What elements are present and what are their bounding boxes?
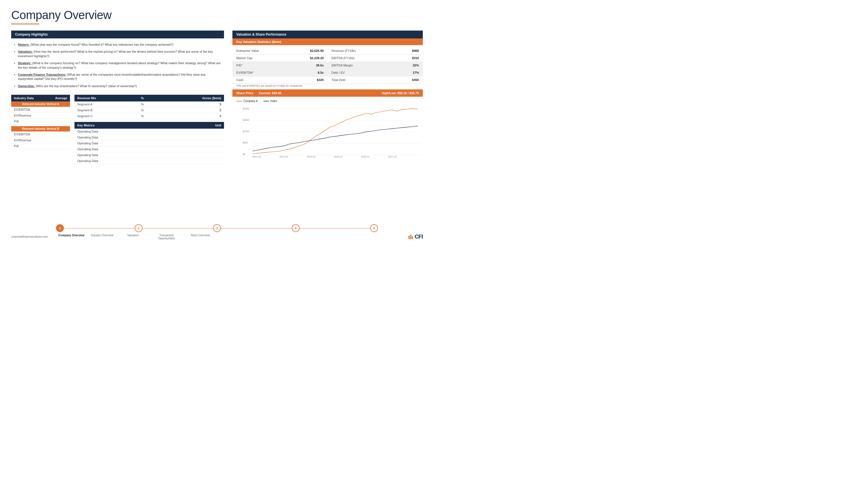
table-row: Operating Data bbox=[74, 128, 224, 135]
svg-text:2016-10: 2016-10 bbox=[361, 155, 370, 158]
highlight-text-ownership: (Who are the top shareholders? What % ow… bbox=[36, 84, 137, 88]
main-content: Company Highlights History: (What year w… bbox=[11, 31, 423, 164]
svg-text:$2000: $2000 bbox=[243, 108, 249, 110]
nav-step-1[interactable]: 1 bbox=[56, 224, 64, 232]
val-footnote: *P/E and EV/EBITDA are based on FY18(e) … bbox=[232, 84, 423, 89]
highlight-text-strategy: (What is the company focusing on? What h… bbox=[18, 61, 221, 69]
highlight-label-strategy: Strategy: bbox=[18, 61, 31, 65]
nav-step-3[interactable]: 3 bbox=[213, 224, 221, 232]
industry-data-section: Industry Data Average Relevant Industry … bbox=[11, 95, 70, 164]
seg-b-label: Segment B bbox=[74, 107, 138, 113]
val-enterprise-value: Enterprise Value $2,626.90 bbox=[232, 47, 328, 54]
key-metrics-table: Key Metrics Unit Operating Data Operatin… bbox=[74, 122, 224, 164]
seg-c-gross: $ bbox=[160, 113, 224, 119]
highlight-text-valuation: (How has the stock performed? What is th… bbox=[18, 50, 213, 57]
vertical-b-header: Relevant Industry Vertical B bbox=[11, 126, 70, 132]
legend-label-index: Index bbox=[271, 99, 277, 103]
metric-2-unit bbox=[178, 135, 224, 140]
metric-5: Operating Data bbox=[74, 152, 178, 158]
nav-label-5: Team Overview bbox=[185, 234, 216, 240]
industry-data-header: Industry Data Average bbox=[11, 95, 70, 102]
ind-row-a2: EV/Revenue bbox=[11, 113, 70, 119]
val-debt-ev: Debt / EV 17% bbox=[328, 69, 423, 76]
cfi-bar-3 bbox=[412, 236, 413, 239]
legend-line-navy bbox=[264, 101, 269, 102]
nav-label-4: TransactionOpportunities bbox=[148, 234, 185, 240]
cfi-bar-1 bbox=[408, 236, 410, 239]
seg-a-label: Segment A bbox=[74, 102, 138, 107]
right-panel: Valuation & Share Performance Key Valuat… bbox=[232, 31, 423, 164]
page-title: Company Overview bbox=[11, 8, 423, 22]
nav-label-3: Valuation bbox=[118, 234, 148, 240]
list-item: History: (What year was the company foun… bbox=[14, 41, 221, 48]
valuation-header: Valuation & Share Performance bbox=[232, 31, 423, 38]
seg-b-pct: % bbox=[138, 107, 160, 113]
val-market-cap: Market Cap $2,228.20 bbox=[232, 55, 328, 62]
legend-label-company-a: Company A bbox=[243, 99, 258, 103]
legend-line-orange bbox=[236, 101, 242, 102]
ind-row-b1: EV/EBITDA bbox=[11, 132, 70, 137]
metrics-col-unit: Unit bbox=[178, 122, 224, 128]
industry-data-label: Industry Data bbox=[14, 96, 34, 100]
rev-col-segment: Revenue Mix bbox=[74, 95, 138, 102]
val-ev-ebitda: EV/EBITDA* 8.5x bbox=[232, 69, 328, 76]
nav-step-2[interactable]: 2 bbox=[135, 224, 143, 232]
highlights-list: History: (What year was the company foun… bbox=[11, 41, 224, 90]
share-price-chart: $2000 $1500 $1000 $500 $0 2012-10 2013-1… bbox=[232, 104, 423, 160]
chart-area: $2000 $1500 $1000 $500 $0 2012-10 2013-1… bbox=[232, 104, 423, 160]
revenue-metrics-section: Revenue Mix % Gross ($mm) Segment A % $ bbox=[74, 95, 224, 164]
list-item: Strategy: (What is the company focusing … bbox=[14, 60, 221, 71]
list-item: Valuation: (How has the stock performed?… bbox=[14, 48, 221, 60]
highlight-label-valuation: Valuation: bbox=[18, 50, 33, 53]
val-stat-row-3: P/E* 39.6x EBITDA Margin 32% bbox=[232, 62, 423, 69]
svg-text:2013-10: 2013-10 bbox=[279, 155, 288, 158]
metric-3-unit bbox=[178, 140, 224, 146]
table-row: Operating Data bbox=[74, 152, 224, 158]
table-row: Segment C % $ bbox=[74, 113, 224, 119]
rev-col-pct: % bbox=[138, 95, 160, 102]
revenue-mix-table: Revenue Mix % Gross ($mm) Segment A % $ bbox=[74, 95, 224, 119]
ind-row-b3: P/E bbox=[11, 143, 70, 149]
svg-text:2014-10: 2014-10 bbox=[307, 155, 316, 158]
nav-label-2: Industry Overview bbox=[87, 234, 118, 240]
svg-text:$0: $0 bbox=[243, 153, 246, 155]
share-price-label: Share Price bbox=[236, 91, 253, 95]
svg-text:2012-10: 2012-10 bbox=[253, 155, 261, 158]
val-pe: P/E* 39.6x bbox=[232, 62, 328, 69]
list-item: Ownership: (Who are the top shareholders… bbox=[14, 83, 221, 90]
cfi-bars-icon bbox=[408, 235, 413, 239]
table-row: Operating Data bbox=[74, 146, 224, 152]
ind-row-a1: EV/EBITDA bbox=[11, 107, 70, 113]
metrics-col-label: Key Metrics bbox=[74, 122, 178, 128]
share-price-current: Current: $40.00 bbox=[259, 91, 281, 95]
svg-text:$500: $500 bbox=[243, 142, 248, 144]
val-revenue-fy18e: Revenue (FY18e) $968 bbox=[328, 47, 423, 54]
metric-5-unit bbox=[178, 152, 224, 158]
metric-1-unit bbox=[178, 128, 224, 135]
nav-step-5[interactable]: 5 bbox=[370, 224, 378, 232]
seg-b-gross: $ bbox=[160, 107, 224, 113]
svg-text:2017-10: 2017-10 bbox=[388, 155, 397, 158]
highlight-label-cft: Corporate Finance Transactions: bbox=[18, 73, 66, 76]
val-stat-row-2: Market Cap $2,228.20 EBITDA (FY18e) $310 bbox=[232, 55, 423, 62]
valuation-sub-header: Key Valuation Statistics ($mm) bbox=[232, 38, 423, 45]
key-metrics-header: Key Metrics Unit bbox=[74, 122, 224, 128]
val-ebitda-margin: EBITDA Margin 32% bbox=[328, 62, 423, 69]
legend-item-index: Index bbox=[264, 99, 277, 103]
nav-timeline: 1 2 3 4 5 bbox=[56, 224, 378, 232]
table-row: Operating Data bbox=[74, 158, 224, 164]
rev-col-gross: Gross ($mm) bbox=[160, 95, 224, 102]
svg-text:$1500: $1500 bbox=[243, 119, 249, 121]
page-container: Company Overview Company Highlights Hist… bbox=[0, 0, 434, 244]
bottom-left: Industry Data Average Relevant Industry … bbox=[11, 95, 224, 164]
seg-c-label: Segment C bbox=[74, 113, 138, 119]
metric-6-unit bbox=[178, 158, 224, 164]
seg-a-gross: $ bbox=[160, 102, 224, 107]
svg-text:2015-10: 2015-10 bbox=[334, 155, 343, 158]
nav-step-4[interactable]: 4 bbox=[292, 224, 300, 232]
table-row: Segment B % $ bbox=[74, 107, 224, 113]
cfi-bar-2 bbox=[410, 235, 411, 239]
svg-text:$1000: $1000 bbox=[243, 130, 249, 133]
val-cash: Cash $320 bbox=[232, 77, 328, 84]
legend-item-company-a: Company A bbox=[236, 99, 258, 103]
